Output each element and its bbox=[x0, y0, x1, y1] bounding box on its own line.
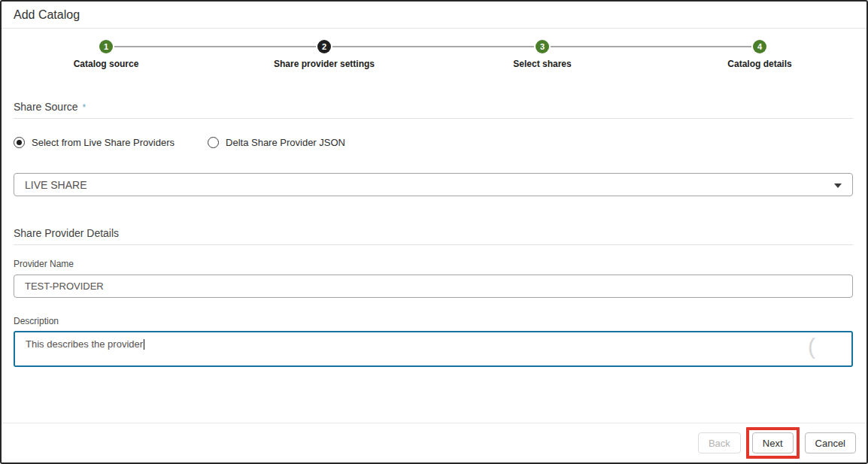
step-catalog-details[interactable]: 4 Catalog details bbox=[677, 40, 842, 69]
back-button[interactable]: Back bbox=[698, 432, 741, 453]
step-number-badge: 1 bbox=[99, 40, 113, 53]
provider-name-field[interactable]: TEST-PROVIDER bbox=[14, 274, 853, 298]
required-asterisk: * bbox=[83, 102, 86, 113]
description-value: This describes the provider bbox=[26, 338, 143, 350]
cancel-button[interactable]: Cancel bbox=[805, 432, 856, 453]
description-label: Description bbox=[14, 316, 853, 326]
share-source-label-text: Share Source bbox=[14, 101, 78, 113]
chevron-down-icon bbox=[834, 183, 842, 188]
select-value: LIVE SHARE bbox=[25, 179, 86, 191]
step-label: Select shares bbox=[460, 59, 625, 69]
annotation-highlight: Next bbox=[746, 427, 800, 459]
section-divider bbox=[14, 244, 853, 245]
provider-name-label: Provider Name bbox=[14, 259, 853, 269]
step-label: Catalog source bbox=[23, 59, 189, 69]
section-divider bbox=[14, 118, 853, 119]
radio-selected-icon[interactable] bbox=[14, 137, 25, 148]
step-share-provider-settings[interactable]: 2 Share provider settings bbox=[241, 40, 407, 69]
live-share-provider-select[interactable]: LIVE SHARE bbox=[14, 173, 853, 196]
step-number-badge: 3 bbox=[536, 40, 549, 53]
provider-name-value: TEST-PROVIDER bbox=[25, 281, 104, 292]
radio-delta-share-json[interactable]: Delta Share Provider JSON bbox=[208, 137, 345, 148]
dialog-footer: Back Next Cancel bbox=[2, 423, 866, 462]
radio-unselected-icon[interactable] bbox=[208, 137, 219, 148]
step-number-badge: 4 bbox=[753, 40, 766, 53]
dialog-header: Add Catalog bbox=[2, 2, 866, 29]
wizard-stepper: 1 Catalog source 2 Share provider settin… bbox=[2, 36, 866, 78]
step-select-shares[interactable]: 3 Select shares bbox=[460, 40, 625, 69]
step-label: Share provider settings bbox=[241, 59, 407, 69]
step-catalog-source[interactable]: 1 Catalog source bbox=[23, 40, 189, 69]
share-source-section-label: Share Source* bbox=[14, 101, 853, 113]
next-button[interactable]: Next bbox=[752, 432, 794, 453]
step-number-badge: 2 bbox=[317, 40, 331, 53]
radio-label: Delta Share Provider JSON bbox=[226, 137, 345, 148]
step-label: Catalog details bbox=[677, 59, 842, 69]
share-provider-details-section-label: Share Provider Details bbox=[14, 227, 853, 239]
radio-label: Select from Live Share Providers bbox=[32, 137, 175, 148]
add-catalog-dialog: Add Catalog 1 Catalog source 2 Share pro… bbox=[0, 0, 868, 464]
text-cursor bbox=[144, 339, 144, 350]
description-field[interactable]: This describes the provider ( bbox=[14, 331, 853, 367]
share-source-radio-group: Select from Live Share Providers Delta S… bbox=[14, 137, 853, 148]
spinner-arc-icon: ( bbox=[808, 334, 815, 359]
page-title: Add Catalog bbox=[14, 8, 80, 22]
radio-live-share-providers[interactable]: Select from Live Share Providers bbox=[14, 137, 175, 148]
form-content: Share Source* Select from Live Share Pro… bbox=[2, 101, 866, 367]
